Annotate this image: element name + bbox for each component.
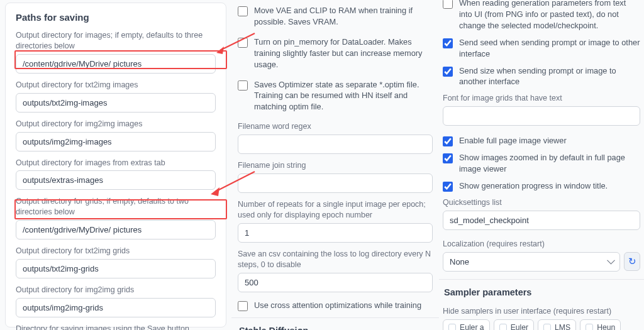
full-page-viewer-row[interactable]: Enable full page image viewer [443,135,640,146]
send-seed-checkbox[interactable] [443,38,453,48]
send-seed-label: Send seed when sending prompt or image t… [459,37,640,60]
outdir-img2img-grids-input[interactable] [16,298,216,317]
progress-title-label: Show generation progress in window title… [459,180,608,192]
font-grid-label: Font for image grids that have text [443,93,640,104]
sampler-chip[interactable]: Euler [494,319,534,330]
move-vae-row[interactable]: Move VAE and CLIP to RAM when training i… [238,5,433,28]
repeats-label: Number of repeats for a single input ima… [238,199,433,221]
outdir-txt2img-grids-label: Output directory for txt2img grids [16,246,216,256]
outdir-save-button-label: Directory for saving images using the Sa… [16,324,216,330]
send-seed-row[interactable]: Send seed when sending prompt or image t… [443,37,640,60]
stable-diffusion-heading: Stable Diffusion [238,318,433,331]
zoom-default-checkbox[interactable] [443,153,453,163]
pin-memory-row[interactable]: Turn on pin_memory for DataLoader. Makes… [238,36,433,70]
outdir-extras-input[interactable] [16,170,216,190]
send-size-label: Send size when sending prompt or image t… [459,65,640,88]
outdir-images-label: Output directory for images; if empty, d… [16,30,216,52]
checkbox-icon [543,324,551,330]
paths-for-saving-card: Paths for saving Output directory for im… [5,3,226,327]
localization-select[interactable]: None [443,252,620,272]
sampler-chip-label: LMS [555,323,570,330]
sampler-chip[interactable]: Heun [580,319,621,330]
sampler-chip-label: Euler [511,323,528,330]
progress-title-checkbox[interactable] [443,182,453,192]
outdir-grids-label: Output directory for grids; if empty, de… [16,196,216,217]
zoom-default-row[interactable]: Show images zoomed in by default in full… [443,152,640,175]
zoom-default-label: Show images zoomed in by default in full… [459,152,640,175]
infotext-keep-model-checkbox[interactable] [443,0,453,9]
localization-label: Localization (requires restart) [443,239,640,250]
sampler-chips: Euler aEulerLMSHeunDPM2DPM2 aDPM++ 2S aD… [443,319,640,330]
progress-title-row[interactable]: Show generation progress in window title… [443,180,640,192]
full-page-viewer-label: Enable full page image viewer [459,135,567,146]
csv-steps-input[interactable] [238,273,433,292]
paths-for-saving-title: Paths for saving [16,12,216,23]
font-grid-input[interactable] [443,106,640,126]
infotext-keep-model-label: When reading generation parameters from … [459,0,640,31]
cross-attn-checkbox[interactable] [238,301,248,311]
hide-samplers-label: Hide samplers in user interface (require… [443,306,640,317]
checkbox-icon [499,324,507,330]
checkbox-icon [448,324,456,330]
cross-attn-label: Use cross attention optimizations while … [254,300,421,311]
sampler-chip[interactable]: LMS [538,319,576,330]
sampler-chip[interactable]: Euler a [443,319,490,330]
sampler-chip-label: Euler a [460,323,484,330]
quicksettings-label: Quicksettings list [443,197,640,208]
outdir-txt2img-grids-input[interactable] [16,259,216,278]
filename-join-input[interactable] [238,173,433,193]
outdir-img2img-images-label: Output directory for img2img images [16,119,216,129]
cross-attn-row[interactable]: Use cross attention optimizations while … [238,300,433,311]
refresh-icon: ↻ [628,256,636,267]
outdir-images-input[interactable] [16,54,216,74]
sampler-chip-label: Heun [597,323,615,330]
outdir-txt2img-images-label: Output directory for txt2img images [16,80,216,91]
save-optim-checkbox[interactable] [238,80,248,91]
outdir-extras-label: Output directory for images from extras … [16,158,216,168]
pin-memory-checkbox[interactable] [238,38,248,48]
filename-join-label: Filename join string [238,160,433,171]
pin-memory-label: Turn on pin_memory for DataLoader. Makes… [254,36,433,70]
send-size-checkbox[interactable] [443,67,453,77]
outdir-txt2img-images-input[interactable] [16,93,216,113]
infotext-keep-model-row[interactable]: When reading generation parameters from … [443,0,640,31]
csv-steps-label: Save an csv containing the loss to log d… [238,249,433,270]
quicksettings-input[interactable] [443,211,640,230]
outdir-img2img-images-input[interactable] [16,132,216,151]
move-vae-checkbox[interactable] [238,6,248,16]
checkbox-icon [586,324,593,330]
repeats-input[interactable] [238,223,433,243]
filename-regex-input[interactable] [238,135,433,154]
move-vae-label: Move VAE and CLIP to RAM when training i… [254,5,433,28]
send-size-row[interactable]: Send size when sending prompt or image t… [443,65,640,88]
outdir-img2img-grids-label: Output directory for img2img grids [16,285,216,295]
save-optim-row[interactable]: Saves Optimizer state as separate *.opti… [238,79,433,113]
sampler-parameters-heading: Sampler parameters [443,287,640,302]
refresh-button[interactable]: ↻ [624,252,640,271]
full-page-viewer-checkbox[interactable] [443,136,453,146]
filename-regex-label: Filename word regex [238,121,433,132]
outdir-grids-input[interactable] [16,220,216,239]
save-optim-label: Saves Optimizer state as separate *.opti… [254,79,433,113]
